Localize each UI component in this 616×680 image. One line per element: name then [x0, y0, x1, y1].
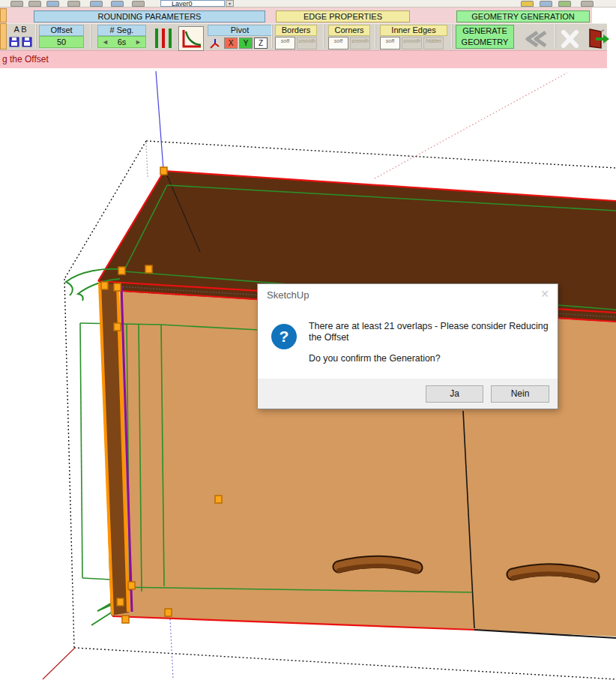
toolbar-icon-fragment[interactable] [521, 1, 534, 7]
corners-label: Corners [328, 25, 370, 36]
corners-smooth-text: smooth [351, 38, 369, 43]
inner-edges-soft-button[interactable]: soft [380, 37, 400, 49]
floppy-disk-icon [9, 37, 19, 47]
three-bars-icon [152, 28, 175, 49]
save-preset-b-button[interactable] [21, 36, 33, 48]
question-mark-icon: ? [271, 324, 297, 349]
toolbar-grip[interactable] [0, 8, 7, 22]
round-concave-mode-button[interactable] [151, 27, 176, 49]
sketchup-window: Layer0 ▾ ROUNDING PARAMETERS EDGE PROPER… [0, 0, 616, 680]
sketchup-confirm-dialog: SketchUp ✕ ? There are at least 21 overl… [257, 283, 558, 409]
layer-combo[interactable]: Layer0 [160, 0, 225, 7]
toolbar-icon-fragment[interactable] [67, 1, 80, 7]
section-header-edge-properties: EDGE PROPERTIES [276, 10, 410, 22]
pivot-y-button[interactable]: Y [239, 37, 253, 49]
hidden-edge-dashed [146, 142, 148, 177]
toolbar-icon-fragment[interactable] [111, 1, 124, 7]
floppy-disk-icon [22, 37, 32, 47]
borders-label: Borders [275, 25, 317, 36]
generate-geometry-button[interactable]: GENERATE GEOMETRY [456, 25, 514, 49]
segments-value: 6s [118, 37, 127, 47]
exit-tool-button[interactable] [585, 26, 610, 50]
generate-line2: GEOMETRY [456, 37, 513, 48]
undo-double-arrow-icon [523, 28, 552, 49]
exit-door-icon [586, 27, 609, 49]
no-button[interactable]: Nein [491, 385, 549, 403]
red-axis-dotted [375, 73, 567, 178]
borders-soft-button[interactable]: soft [275, 37, 295, 49]
status-message: g the Offset [2, 54, 49, 64]
segments-value-field[interactable]: ◄ 6s ► [97, 36, 146, 48]
corners-soft-text: soft [329, 38, 348, 43]
blue-axis-dotted [170, 619, 173, 679]
toolbar-icon-fragment[interactable] [90, 1, 103, 7]
toolbar-icon-fragment[interactable] [581, 1, 594, 7]
section-header-rounding-parameters: ROUNDING PARAMETERS [34, 10, 265, 22]
plugin-status-bar: g the Offset [0, 50, 607, 68]
native-toolbar-strip: Layer0 ▾ [0, 0, 616, 7]
ab-presets-label: A B [9, 25, 31, 34]
dialog-message: There are at least 21 overlaps - Please … [309, 321, 552, 343]
dialog-title: SketchUp [267, 289, 309, 301]
profile-curve-button[interactable] [178, 26, 204, 51]
inner-edges-smooth-text: smooth [402, 38, 421, 43]
pivot-z-button[interactable]: Z [254, 37, 268, 49]
section-header-geometry-generation: GEOMETRY GENERATION [456, 10, 590, 22]
corners-smooth-button[interactable]: smooth [350, 37, 370, 49]
red-axis-solid [43, 648, 75, 679]
white-x-icon [558, 28, 582, 49]
toolbar-separator [271, 25, 273, 48]
dialog-question: Do you confirm the Generation? [309, 353, 552, 364]
close-icon[interactable]: ✕ [540, 288, 549, 300]
toolbar-separator [555, 25, 556, 48]
pivot-axes-icon [209, 37, 221, 49]
toolbar-icon-fragment[interactable] [46, 1, 59, 7]
undo-button[interactable] [522, 28, 552, 50]
inner-edges-soft-text: soft [381, 38, 399, 43]
borders-smooth-text: smooth [298, 38, 316, 43]
layer-combo-arrow-icon[interactable]: ▾ [226, 0, 234, 7]
dialog-footer: Ja Nein [258, 379, 558, 409]
corners-soft-button[interactable]: soft [328, 37, 348, 49]
toolbar-icon-fragment[interactable] [10, 1, 23, 7]
inner-edges-hidden-button[interactable]: hidden [423, 37, 444, 49]
toolbar-separator [323, 25, 324, 48]
inner-edges-hidden-text: hidden [424, 38, 443, 43]
borders-smooth-button[interactable]: smooth [297, 37, 317, 49]
toolbar-separator [375, 25, 376, 48]
pivot-x-button[interactable]: X [224, 37, 238, 49]
borders-soft-text: soft [276, 38, 295, 43]
yes-button[interactable]: Ja [426, 385, 483, 403]
toolbar-separator [90, 25, 91, 48]
blue-axis-solid [156, 71, 163, 169]
inner-edges-label: Inner Edges [380, 25, 447, 36]
toolbar-icon-fragment[interactable] [132, 1, 145, 7]
toolbar-grip[interactable] [0, 23, 7, 49]
offset-value-field[interactable]: 50 [39, 36, 84, 48]
save-preset-a-button[interactable] [8, 36, 20, 48]
inner-edges-smooth-button[interactable]: smooth [402, 37, 422, 49]
clear-selection-button[interactable] [558, 28, 582, 50]
toolbar-icon-fragment[interactable] [558, 1, 571, 7]
segments-label: # Seg. [97, 25, 146, 36]
toolbar-icon-fragment[interactable] [540, 1, 552, 7]
generate-line1: GENERATE [456, 25, 513, 37]
toolbar-separator [451, 25, 453, 48]
pivot-label: Pivot [208, 25, 272, 36]
curve-profile-icon [179, 27, 203, 50]
toolbar-separator [35, 25, 37, 48]
segments-increment-arrow[interactable]: ► [135, 37, 142, 47]
segments-decrement-arrow[interactable]: ◄ [102, 37, 109, 47]
offset-label: Offset [39, 25, 84, 36]
toolbar-icon-fragment[interactable] [28, 1, 41, 7]
